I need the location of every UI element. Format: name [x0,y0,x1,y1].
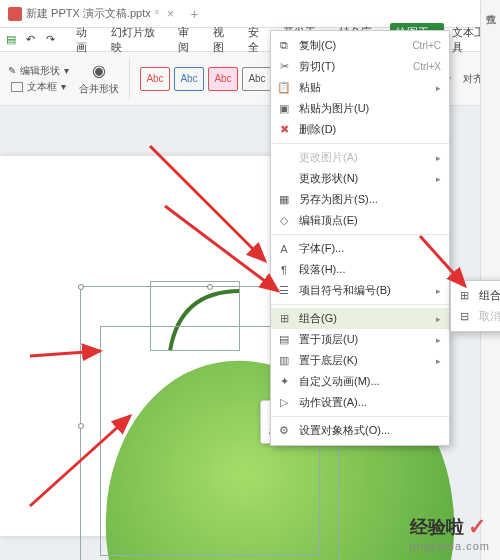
tool-edit-shape[interactable]: ✎编辑形状▾ 文本框▾ [8,64,69,94]
ctx-anim[interactable]: ✦自定义动画(M)... [271,371,449,392]
ctx-save-img[interactable]: ▦另存为图片(S)... [271,189,449,210]
ctx-group[interactable]: ⊞组合(G)▸ [271,308,449,329]
ctx-format[interactable]: ⚙设置对象格式(O)... [271,420,449,441]
menu-view[interactable]: 视图 [207,23,240,57]
edit-shape-icon: ✎ [8,65,16,76]
ctx-send-back[interactable]: ▥置于底层(K)▸ [271,350,449,371]
bullets-icon: ☰ [277,284,291,298]
ungroup-icon: ⊟ [457,310,471,324]
style-preset-2[interactable]: Abc [174,67,204,91]
tab-modified-icon: ° [155,8,159,20]
format-icon: ⚙ [277,424,291,438]
ctx-copy[interactable]: ⧉复制(C)Ctrl+C [271,35,449,56]
selection-box-stem[interactable] [150,281,240,351]
ctx-paste[interactable]: 📋粘贴▸ [271,77,449,98]
action-icon: ▷ [277,396,291,410]
tab-title: 新建 PPTX 演示文稿.pptx [26,6,151,21]
check-icon: ✓ [468,514,486,540]
close-icon[interactable]: × [167,7,174,21]
save-icon[interactable]: ▤ [6,33,20,47]
anim-icon: ✦ [277,375,291,389]
shape-styles: Abc Abc Abc Abc [140,67,272,91]
ctx-delete[interactable]: ✖删除(D) [271,119,449,140]
copy-icon: ⧉ [277,39,291,53]
chevron-down-icon: ▾ [64,65,69,76]
menu-review[interactable]: 审阅 [172,23,205,57]
ctx-font[interactable]: A字体(F)... [271,238,449,259]
paste-img-icon: ▣ [277,102,291,116]
style-preset-3[interactable]: Abc [208,67,238,91]
cut-icon: ✂ [277,60,291,74]
ctx-paste-img[interactable]: ▣粘贴为图片(U) [271,98,449,119]
ctx-bring-front[interactable]: ▤置于顶层(U)▸ [271,329,449,350]
ctx-cut[interactable]: ✂剪切(T)Ctrl+X [271,56,449,77]
context-menu: ⧉复制(C)Ctrl+C ✂剪切(T)Ctrl+X 📋粘贴▸ ▣粘贴为图片(U)… [270,30,450,446]
pptx-icon [8,7,22,21]
divider [129,59,130,99]
side-tab-find[interactable]: 查找 [481,0,499,12]
delete-icon: ✖ [277,123,291,137]
group-submenu: ⊞组合(G) ⊟取消组合(U) [450,280,500,332]
textbox-icon [11,82,23,92]
add-tab-button[interactable]: + [182,6,206,22]
combine-icon: ◉ [92,61,106,80]
group-icon: ⊞ [277,312,291,326]
redo-icon[interactable]: ↷ [46,33,60,47]
tool-combine[interactable]: ◉ 合并形状 [79,61,119,96]
ctx-action[interactable]: ▷动作设置(A)... [271,392,449,413]
sub-ungroup: ⊟取消组合(U) [451,306,500,327]
ctx-change-img: 更改图片(A)▸ [271,147,449,168]
save-img-icon: ▦ [277,193,291,207]
watermark-url: jingyanla.com [410,540,490,552]
bring-front-icon: ▤ [277,333,291,347]
chevron-down-icon: ▾ [61,81,66,92]
paragraph-icon: ¶ [277,263,291,277]
group-icon: ⊞ [457,289,471,303]
watermark-text: 经验啦 [410,515,464,539]
menu-anim[interactable]: 动画 [70,23,103,57]
menu-slideshow[interactable]: 幻灯片放映 [105,23,170,57]
undo-icon[interactable]: ↶ [26,33,40,47]
paste-icon: 📋 [277,81,291,95]
font-icon: A [277,242,291,256]
style-preset-1[interactable]: Abc [140,67,170,91]
edit-points-icon: ◇ [277,214,291,228]
ctx-edit-points[interactable]: ◇编辑顶点(E) [271,210,449,231]
quick-access: ▤ ↶ ↷ [6,33,68,47]
style-preset-4[interactable]: Abc [242,67,272,91]
ctx-paragraph[interactable]: ¶段落(H)... [271,259,449,280]
watermark: 经验啦✓ jingyanla.com [410,514,490,552]
ctx-bullets[interactable]: ☰项目符号和编号(B)▸ [271,280,449,301]
sub-group[interactable]: ⊞组合(G) [451,285,500,306]
ctx-change-shape[interactable]: 更改形状(N)▸ [271,168,449,189]
send-back-icon: ▥ [277,354,291,368]
